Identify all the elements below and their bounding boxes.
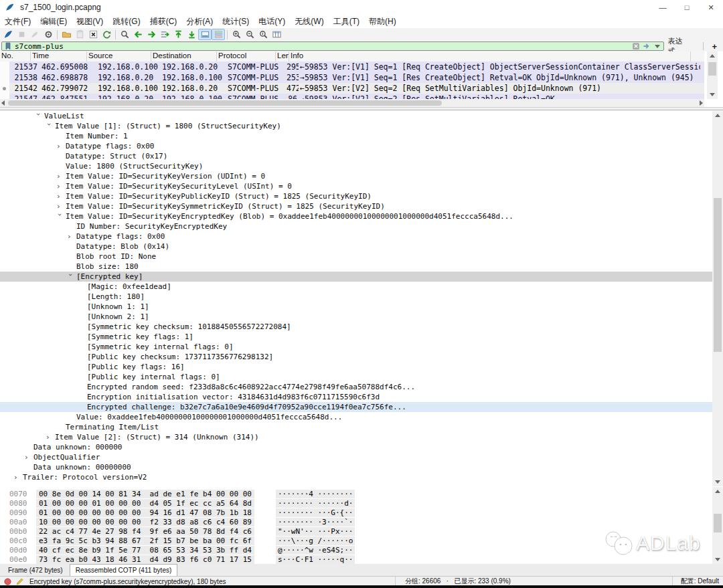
tree-row[interactable]: [Unknown 1: 1] — [0, 302, 712, 312]
collapse-arrow-icon[interactable]: › — [44, 122, 54, 132]
packet-row[interactable]: 21542462.799072192.168.0.100192.168.0.20… — [0, 83, 704, 94]
tree-row[interactable]: ›Item Value [2]: (Struct) = 314 (Unknown… — [0, 432, 712, 442]
bookmark-icon[interactable] — [4, 42, 13, 50]
tab-frame[interactable]: Frame (472 bytes) — [3, 565, 68, 576]
profile-label[interactable]: 配置: Default — [672, 577, 719, 586]
tree-row[interactable]: ›Datatype flags: 0x00 — [0, 231, 712, 241]
tree-row[interactable]: [Length: 180] — [0, 292, 712, 302]
capture-comment-icon[interactable] — [16, 578, 24, 585]
tree-row[interactable]: ›[Encrypted key] — [0, 272, 712, 282]
menu-item-go[interactable]: 跳转(G) — [108, 15, 145, 29]
tree-row[interactable]: [Public key flags: 16] — [0, 362, 712, 372]
tree-row[interactable]: Data unknown: 000000 — [0, 442, 712, 452]
scroll-up-arrow[interactable] — [715, 490, 720, 493]
hex-ascii[interactable]: ·······4 ········ — [276, 490, 355, 498]
tree-row[interactable]: ›Item Value: ID=SecurityKeyPublicKeyID (… — [0, 191, 712, 201]
menu-item-statistics[interactable]: 统计(S) — [218, 15, 254, 29]
menu-item-edit[interactable]: 编辑(E) — [35, 15, 72, 29]
maximize-button[interactable]: □ — [675, 0, 699, 15]
tree-row[interactable]: ›Item Value [1]: (Struct) = 1800 (Struct… — [0, 121, 712, 131]
packet-row[interactable]: 21537462.695008192.168.0.100192.168.0.20… — [0, 62, 704, 72]
hex-ascii[interactable]: ········ ······d· — [276, 499, 355, 508]
scroll-down-arrow[interactable] — [715, 480, 720, 484]
go-to-packet-icon[interactable] — [158, 29, 171, 40]
collapse-arrow-icon[interactable]: › — [33, 112, 44, 122]
tree-row[interactable]: [Symmetric key checksum: 101884505565722… — [0, 322, 712, 332]
capture-options-icon[interactable] — [42, 29, 55, 40]
tree-row[interactable]: Datatype: Blob (0x14) — [0, 241, 712, 252]
scroll-thumb[interactable] — [8, 100, 442, 106]
packet-list-hscrollbar[interactable] — [0, 99, 704, 107]
expand-arrow-icon[interactable]: › — [56, 181, 66, 191]
colorize-icon[interactable] — [212, 29, 225, 40]
expert-info-icon[interactable] — [4, 578, 12, 585]
zoom-out-icon[interactable] — [243, 29, 256, 40]
tree-row[interactable]: ›Datatype flags: 0x00 — [0, 141, 712, 151]
expand-arrow-icon[interactable]: › — [56, 171, 66, 181]
tree-row[interactable]: ›Item Value: ID=SecurityKeyEncryptedKey … — [0, 211, 712, 221]
tree-row[interactable]: [Public key internal flags: 0] — [0, 372, 712, 382]
hex-row[interactable]: 00e073 fc ea b0 43 18 46 31 d4 d9 83 f6 … — [0, 555, 723, 565]
expand-arrow-icon[interactable]: › — [67, 231, 76, 241]
tree-row[interactable]: ›Trailer: Protocol version=V2 — [0, 472, 712, 482]
hex-ascii[interactable]: ········ ···G·{·· — [276, 508, 355, 517]
menu-item-capture[interactable]: 捕获(C) — [145, 15, 182, 29]
apply-filter-icon[interactable] — [643, 42, 652, 50]
expand-arrow-icon[interactable]: › — [56, 141, 66, 151]
hex-ascii[interactable]: s···C·F1 ·····q·· — [276, 555, 355, 564]
expand-arrow-icon[interactable]: › — [13, 472, 23, 482]
hex-ascii[interactable]: @·····^w ·eS4S;·· — [276, 546, 355, 555]
packet-row[interactable]: 21538462.698878192.168.0.20192.168.0.100… — [0, 72, 704, 83]
display-filter-input[interactable]: s7comm-plus — [1, 41, 664, 51]
collapse-arrow-icon[interactable]: › — [55, 213, 65, 222]
tree-row[interactable]: ›ObjectQualifier — [0, 452, 712, 462]
bytes-vscrollbar[interactable] — [712, 487, 723, 564]
column-header-src[interactable]: Source — [87, 52, 151, 62]
column-header-len[interactable]: Leng — [276, 52, 289, 62]
menu-item-analyze[interactable]: 分析(A) — [181, 15, 218, 29]
hex-ascii[interactable]: ···\···g /······o — [276, 536, 355, 545]
expand-arrow-icon[interactable]: › — [24, 452, 33, 462]
go-last-packet-icon[interactable] — [185, 29, 198, 40]
menu-item-telephony[interactable]: 电话(Y) — [254, 15, 290, 29]
hex-bytes[interactable]: 01 00 00 00 01 00 00 00 d4 05 1f ec cc a… — [36, 499, 254, 508]
hex-bytes[interactable]: 01 00 00 00 00 00 00 00 94 16 d1 47 08 7… — [36, 508, 254, 517]
scroll-thumb[interactable] — [708, 62, 716, 76]
go-back-icon[interactable] — [131, 29, 145, 40]
expand-arrow-icon[interactable]: › — [46, 432, 55, 442]
menu-item-help[interactable]: 帮助(H) — [364, 15, 401, 29]
go-forward-icon[interactable] — [145, 29, 158, 40]
column-header-dst[interactable]: Destination — [151, 52, 217, 62]
column-header-info[interactable]: Info — [289, 52, 691, 62]
go-first-packet-icon[interactable] — [171, 29, 185, 40]
menu-item-wireless[interactable]: 无线(W) — [290, 15, 328, 29]
scroll-right-arrow[interactable] — [700, 100, 703, 106]
hex-row[interactable]: 009001 00 00 00 00 00 00 00 94 16 d1 47 … — [0, 508, 723, 518]
hex-row[interactable]: 00c0e3 fa 9c 5c b3 94 88 67 2f 15 b7 be … — [0, 536, 723, 546]
menu-item-view[interactable]: 视图(V) — [72, 15, 108, 29]
scroll-thumb[interactable] — [714, 198, 722, 352]
find-packet-icon[interactable] — [118, 29, 131, 40]
hex-row[interactable]: 00b022 ac c4 77 4e 27 98 f4 9f e6 aa 50 … — [0, 527, 723, 536]
auto-scroll-icon[interactable] — [198, 29, 212, 40]
column-header-proto[interactable]: Protocol — [217, 52, 276, 62]
reload-file-icon[interactable] — [100, 29, 113, 40]
expand-arrow-icon[interactable]: › — [56, 201, 66, 211]
add-filter-button[interactable]: + — [706, 41, 723, 52]
tree-row[interactable]: ›ValueList — [0, 111, 712, 121]
zoom-in-icon[interactable] — [230, 29, 243, 40]
hex-row[interactable]: 00d040 cf ec 8e b9 1f 5e 77 08 65 53 34 … — [0, 546, 723, 555]
column-header-time[interactable]: Time — [31, 52, 87, 62]
hex-bytes[interactable]: 10 00 00 00 00 00 00 00 f2 33 d8 a8 c6 c… — [36, 518, 254, 526]
clear-filter-icon[interactable] — [632, 42, 641, 50]
tree-row[interactable]: ›Item Value: ID=SecurityKeySecurityLevel… — [0, 181, 712, 191]
start-capture-icon[interactable] — [1, 29, 15, 40]
tree-row[interactable]: Data unknown: 00000000 — [0, 462, 712, 472]
menu-item-file[interactable]: 文件(F) — [0, 15, 35, 29]
filter-history-dropdown-icon[interactable] — [655, 45, 660, 48]
tree-row[interactable]: ›Item Value: ID=SecurityKeyVersion (UDIn… — [0, 171, 712, 181]
hex-bytes[interactable]: 40 cf ec 8e b9 1f 5e 77 08 65 53 34 53 3… — [36, 546, 254, 555]
tree-row[interactable]: Encrypted random seed: f233d8a8c6c460892… — [0, 382, 712, 392]
tree-row[interactable]: Blob root ID: None — [0, 252, 712, 262]
tree-row[interactable]: ID Number: SecurityKeyEncryptedKey — [0, 221, 712, 231]
